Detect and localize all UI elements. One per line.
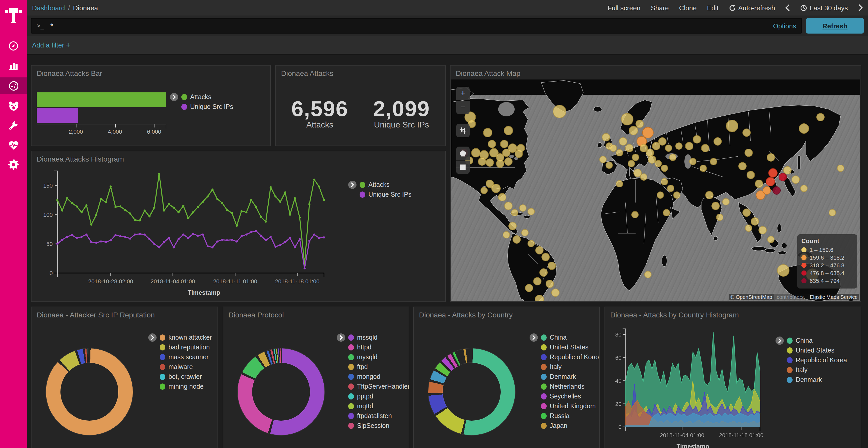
map-attack-marker[interactable] (705, 191, 714, 199)
elastic-maps-attribution-link[interactable]: Elastic Maps Service (808, 294, 859, 300)
map-attack-marker[interactable] (599, 156, 607, 163)
map-zoom-in-button[interactable]: + (456, 87, 470, 100)
map-attack-marker[interactable] (766, 177, 775, 186)
legend-item[interactable]: mining node (160, 383, 212, 390)
map-attack-marker[interactable] (738, 162, 746, 170)
map-attack-marker[interactable] (742, 129, 750, 137)
time-range-picker[interactable]: Last 30 days (801, 4, 848, 12)
map-attack-marker[interactable] (657, 191, 664, 199)
map-attack-marker[interactable] (716, 213, 723, 221)
sidebar-item-monitoring[interactable] (0, 137, 27, 153)
map-attack-marker[interactable] (483, 128, 493, 137)
legend-item[interactable]: pptpd (348, 393, 409, 400)
map-attack-marker[interactable] (478, 158, 486, 166)
map-attack-marker[interactable] (837, 165, 844, 172)
map-attack-marker[interactable] (689, 158, 697, 165)
legend-item[interactable]: mongod (348, 373, 409, 380)
legend-collapse-chevron[interactable] (337, 334, 345, 342)
legend-item[interactable]: SipSession (348, 422, 409, 429)
edit-button[interactable]: Edit (707, 4, 719, 12)
map-attack-marker[interactable] (628, 160, 635, 168)
legend-item[interactable]: Unique Src IPs (181, 103, 233, 110)
crop-icon[interactable] (456, 124, 470, 137)
map-attack-marker[interactable] (772, 186, 780, 195)
map-attack-marker[interactable] (673, 191, 680, 199)
map-attack-marker[interactable] (640, 173, 647, 181)
bar-attacks[interactable] (37, 92, 166, 107)
map-attack-marker[interactable] (496, 160, 504, 168)
map-attack-marker[interactable] (829, 209, 836, 216)
sidebar-item-management[interactable] (0, 157, 27, 172)
map-attack-marker[interactable] (610, 145, 617, 152)
sidebar-item-bear[interactable] (0, 98, 27, 113)
map-attack-marker[interactable] (669, 153, 676, 161)
legend-item[interactable]: malware (160, 364, 212, 371)
osm-attribution-link[interactable]: © OpenStreetMap (729, 294, 774, 300)
protocol-donut-chart[interactable] (238, 348, 324, 435)
country-donut-chart[interactable] (428, 348, 515, 435)
map-attack-marker[interactable] (783, 167, 792, 175)
map-attack-marker[interactable] (517, 144, 525, 152)
legend-item[interactable]: China (787, 337, 847, 344)
map-attack-marker[interactable] (525, 284, 533, 292)
map-attack-marker[interactable] (661, 178, 668, 185)
map-attack-marker[interactable] (500, 140, 508, 148)
map-attack-marker[interactable] (553, 105, 566, 118)
map-attack-marker[interactable] (625, 144, 634, 152)
time-forward-chevron[interactable] (858, 4, 863, 11)
share-button[interactable]: Share (651, 4, 669, 12)
map-attack-marker[interactable] (769, 168, 778, 177)
map-attack-marker[interactable] (503, 231, 510, 238)
map-attack-marker[interactable] (702, 144, 710, 152)
map-attack-marker[interactable] (661, 165, 668, 172)
map-attack-marker[interactable] (726, 120, 738, 132)
map-attack-marker[interactable] (521, 229, 529, 236)
map-attack-marker[interactable] (528, 240, 535, 247)
legend-item[interactable]: United States (541, 344, 600, 351)
legend-collapse-chevron[interactable] (148, 334, 157, 342)
bar-unique-src-ips[interactable] (37, 108, 78, 123)
legend-item[interactable]: TftpServerHandler (348, 383, 409, 390)
legend-item[interactable]: httpd (348, 344, 409, 351)
reputation-donut-chart[interactable] (46, 348, 133, 435)
country-histogram-chart[interactable]: 0204060802018-11-04 01:002018-11-18 01:0… (609, 326, 764, 448)
clone-button[interactable]: Clone (679, 4, 697, 12)
legend-item[interactable]: known attacker (160, 334, 212, 341)
map-attack-marker[interactable] (722, 198, 730, 205)
map-attack-marker[interactable] (767, 153, 775, 161)
bar-chart[interactable] (37, 92, 166, 123)
map-attack-marker[interactable] (621, 113, 634, 126)
map-attack-marker[interactable] (488, 140, 496, 148)
map-attack-marker[interactable] (548, 262, 556, 270)
add-filter-link[interactable]: Add a filter + (32, 41, 70, 49)
legend-item[interactable]: Japan (541, 422, 600, 429)
attacks-histogram-chart[interactable]: 0501001502018-10-28 02:002018-11-04 01:0… (37, 167, 336, 300)
map-attack-marker[interactable] (513, 235, 521, 243)
polygon-draw-icon[interactable] (456, 146, 470, 160)
map-attack-marker[interactable] (700, 165, 707, 172)
legend-collapse-chevron[interactable] (776, 337, 784, 345)
map-attack-marker[interactable] (792, 175, 800, 183)
map-attack-marker[interactable] (763, 186, 771, 195)
legend-item[interactable]: ftpdatalisten (348, 412, 409, 420)
map-attack-marker[interactable] (471, 148, 480, 158)
legend-item[interactable]: Republic of Korea (787, 357, 847, 364)
map-attack-marker[interactable] (658, 138, 666, 146)
map-attack-marker[interactable] (742, 208, 750, 217)
query-options-link[interactable]: Options (773, 22, 796, 30)
map-attack-marker[interactable] (519, 205, 526, 212)
legend-item[interactable]: ftpd (348, 364, 409, 371)
map-attack-marker[interactable] (631, 211, 638, 218)
legend-item[interactable]: Attacks (181, 94, 233, 101)
world-map[interactable]: + − (451, 79, 860, 301)
legend-item[interactable]: mssqld (348, 334, 409, 341)
legend-item[interactable]: Denmark (541, 373, 600, 380)
legend-item[interactable]: Netherlands (541, 383, 600, 390)
breadcrumb-dashboard-link[interactable]: Dashboard (32, 4, 65, 12)
map-attack-marker[interactable] (744, 149, 752, 157)
map-attack-marker[interactable] (504, 158, 513, 166)
refresh-button[interactable]: Refresh (806, 18, 864, 34)
map-attack-marker[interactable] (644, 271, 652, 278)
sidebar-item-dashboard[interactable] (0, 77, 27, 94)
map-attack-marker[interactable] (800, 184, 808, 192)
